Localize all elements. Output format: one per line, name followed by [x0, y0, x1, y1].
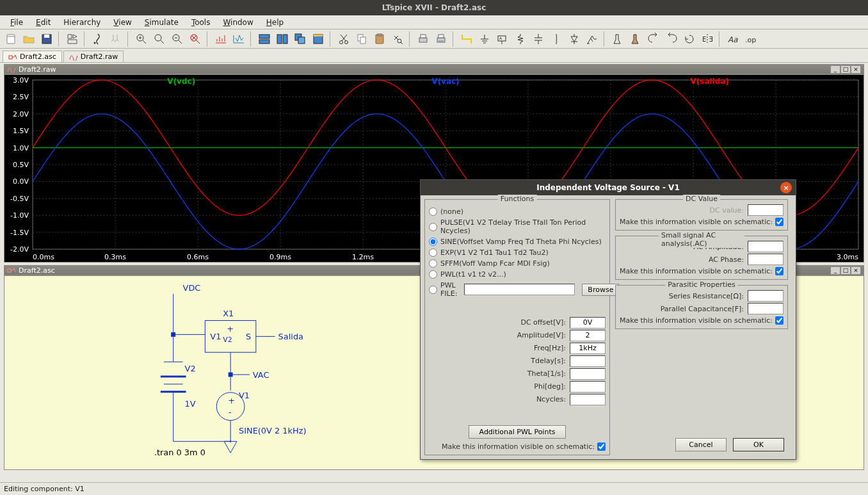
ok-button[interactable]: OK: [733, 438, 784, 451]
autorange-x-button[interactable]: [213, 31, 229, 47]
inductor-button[interactable]: [548, 31, 565, 47]
zoom-in-button[interactable]: [133, 31, 150, 47]
pwl-file-input[interactable]: [464, 284, 575, 295]
capacitor-button[interactable]: [530, 31, 547, 47]
redo-button[interactable]: [663, 31, 680, 47]
param-label: Freq[Hz]:: [534, 344, 566, 352]
move-button[interactable]: [609, 31, 626, 47]
text-button[interactable]: Aa: [725, 31, 741, 47]
function-option[interactable]: PWL FILE:Browse: [429, 280, 606, 299]
tile-vert-button[interactable]: [274, 31, 291, 47]
label-net-button[interactable]: A: [494, 31, 511, 47]
cascade-button[interactable]: [292, 31, 309, 47]
visibility-checkbox-dc[interactable]: [775, 218, 784, 226]
new-schematic-button[interactable]: [3, 31, 19, 47]
maximize-button[interactable]: □: [840, 266, 851, 275]
drag-button[interactable]: [627, 31, 644, 47]
find-button[interactable]: [389, 31, 406, 47]
function-radio[interactable]: [429, 270, 437, 279]
additional-pwl-button[interactable]: Additional PWL Points: [469, 425, 567, 439]
close-button[interactable]: ×: [851, 266, 861, 275]
cancel-button[interactable]: Cancel: [675, 438, 727, 451]
browse-button[interactable]: Browse: [582, 284, 619, 296]
ground-button[interactable]: [476, 31, 493, 47]
control-panel-button[interactable]: [64, 31, 81, 47]
undo-button[interactable]: [645, 31, 662, 47]
paste-button[interactable]: [371, 31, 388, 47]
spice-directive-button[interactable]: .op: [743, 31, 759, 47]
parallel-capacitance-input[interactable]: [748, 303, 784, 314]
param-input[interactable]: [570, 381, 606, 393]
tab-waveform[interactable]: Draft2.raw: [63, 51, 124, 62]
zoom-out-button[interactable]: [169, 31, 186, 47]
function-radio[interactable]: [429, 207, 437, 216]
component-button[interactable]: [584, 31, 600, 47]
menu-simulate[interactable]: Simulate: [138, 16, 185, 29]
voltage-source-dialog: Independent Voltage Source - V1 × Functi…: [420, 179, 796, 460]
close-icon[interactable]: ×: [780, 182, 792, 193]
param-input[interactable]: [570, 343, 606, 354]
param-input[interactable]: [570, 368, 606, 380]
ac-phase-input[interactable]: [748, 254, 784, 265]
param-input[interactable]: [570, 330, 606, 341]
dialog-titlebar[interactable]: Independent Voltage Source - V1 ×: [421, 180, 796, 195]
tab-label: Draft2.asc: [20, 53, 56, 61]
menu-edit[interactable]: Edit: [29, 16, 57, 29]
minimize-button[interactable]: _: [830, 266, 840, 275]
zoom-pan-button[interactable]: [151, 31, 168, 47]
component-name-x1: X1: [223, 309, 234, 318]
maximize-button[interactable]: □: [840, 65, 851, 74]
dc-value-input[interactable]: [748, 204, 784, 216]
menu-help[interactable]: Help: [260, 16, 290, 29]
tile-horiz-button[interactable]: [256, 31, 273, 47]
wire-button[interactable]: [458, 31, 475, 47]
series-resistance-input[interactable]: [748, 290, 784, 302]
function-radio[interactable]: [429, 248, 437, 257]
function-radio[interactable]: [429, 259, 437, 268]
cut-button[interactable]: [335, 31, 352, 47]
menu-hierarchy[interactable]: Hierarchy: [57, 16, 107, 29]
close-button[interactable]: ×: [851, 65, 861, 74]
zoom-fit-button[interactable]: [187, 31, 204, 47]
param-input[interactable]: [570, 317, 606, 329]
menu-view[interactable]: View: [107, 16, 138, 29]
mirror-button[interactable]: EE: [699, 31, 716, 47]
param-label: Tdelay[s]:: [531, 357, 566, 365]
function-radio[interactable]: [429, 238, 437, 246]
function-option[interactable]: PULSE(V1 V2 Tdelay Trise Tfall Ton Perio…: [429, 217, 606, 236]
visibility-checkbox-functions[interactable]: [597, 442, 606, 451]
run-button[interactable]: [90, 31, 106, 47]
visibility-checkbox-ac[interactable]: [775, 267, 784, 275]
function-option[interactable]: SFFM(Voff Vamp Fcar MDI Fsig): [429, 258, 606, 269]
function-radio[interactable]: [429, 286, 437, 294]
close-window-button[interactable]: [310, 31, 326, 47]
copy-button[interactable]: [353, 31, 370, 47]
diode-button[interactable]: [566, 31, 583, 47]
minimize-button[interactable]: _: [830, 65, 840, 74]
menu-window[interactable]: Window: [216, 16, 259, 29]
autorange-y-button[interactable]: [230, 31, 247, 47]
function-option[interactable]: SINE(Voffset Vamp Freq Td Theta Phi Ncyc…: [429, 236, 606, 247]
rotate-button[interactable]: [681, 31, 698, 47]
menu-tools[interactable]: Tools: [185, 16, 217, 29]
save-button[interactable]: [38, 31, 55, 47]
function-radio[interactable]: [429, 223, 437, 231]
menu-file[interactable]: File: [4, 16, 29, 29]
svg-rect-13: [298, 37, 305, 44]
svg-text:E: E: [702, 36, 706, 43]
function-option[interactable]: EXP(V1 V2 Td1 Tau1 Td2 Tau2): [429, 247, 606, 258]
ac-phase-label: AC Phase:: [709, 256, 744, 264]
param-input[interactable]: [570, 394, 606, 405]
function-option[interactable]: (none): [429, 206, 606, 217]
print-button[interactable]: [415, 31, 431, 47]
open-button[interactable]: [20, 31, 37, 47]
param-input[interactable]: [570, 355, 606, 367]
function-option[interactable]: PWL(t1 v1 t2 v2...): [429, 269, 606, 280]
svg-rect-9: [259, 40, 269, 44]
tab-schematic[interactable]: Draft2.asc: [3, 51, 62, 62]
ac-amplitude-input[interactable]: [748, 241, 784, 252]
print-setup-button[interactable]: [433, 31, 449, 47]
halt-button[interactable]: [108, 31, 124, 47]
visibility-checkbox-parasitic[interactable]: [775, 316, 784, 325]
resistor-button[interactable]: [512, 31, 529, 47]
